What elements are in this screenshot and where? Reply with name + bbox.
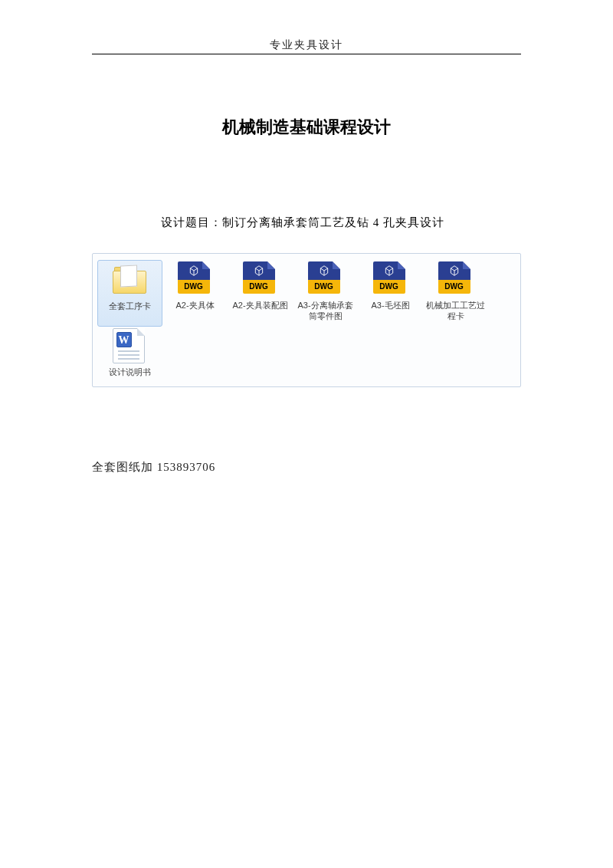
document-page: 专业夹具设计 机械制造基础课程设计 设计题目：制订分离轴承套筒工艺及钻 4 孔夹… bbox=[0, 0, 613, 475]
file-label: 设计说明书 bbox=[109, 367, 151, 377]
file-item-dwg[interactable]: DWG A3-毛坯图 bbox=[358, 260, 423, 327]
dwg-icon: DWG bbox=[308, 261, 343, 297]
file-row-2: W 设计说明书 bbox=[97, 327, 516, 382]
dwg-icon: DWG bbox=[373, 261, 408, 297]
file-label: A3-毛坯图 bbox=[371, 300, 409, 311]
file-item-dwg[interactable]: DWG 机械加工工艺过程卡 bbox=[423, 260, 488, 327]
file-item-dwg[interactable]: DWG A3-分离轴承套筒零件图 bbox=[293, 260, 358, 327]
file-row-1: 全套工序卡 DWG A2-夹具体 DWG bbox=[97, 260, 516, 327]
file-item-dwg[interactable]: DWG A2-夹具体 bbox=[162, 260, 228, 327]
dwg-icon: DWG bbox=[438, 261, 474, 297]
document-subtitle: 设计题目：制订分离轴承套筒工艺及钻 4 孔夹具设计 bbox=[92, 215, 521, 230]
file-label: A2-夹具体 bbox=[175, 300, 214, 311]
dwg-icon: DWG bbox=[178, 261, 213, 297]
file-item-folder[interactable]: 全套工序卡 bbox=[97, 260, 162, 327]
dwg-icon: DWG bbox=[243, 261, 278, 297]
file-label: 机械加工工艺过程卡 bbox=[425, 300, 487, 322]
file-explorer-panel: 全套工序卡 DWG A2-夹具体 DWG bbox=[92, 253, 521, 387]
file-item-dwg[interactable]: DWG A2-夹具装配图 bbox=[228, 260, 293, 327]
file-item-word[interactable]: W 设计说明书 bbox=[97, 327, 162, 382]
folder-icon bbox=[113, 262, 148, 298]
contact-line: 全套图纸加 153893706 bbox=[92, 460, 521, 475]
file-label: A3-分离轴承套筒零件图 bbox=[295, 300, 356, 322]
page-header: 专业夹具设计 bbox=[92, 38, 521, 54]
word-icon: W bbox=[113, 328, 148, 363]
file-label: A2-夹具装配图 bbox=[232, 300, 287, 311]
file-label: 全套工序卡 bbox=[109, 301, 151, 311]
document-title: 机械制造基础课程设计 bbox=[92, 116, 521, 139]
